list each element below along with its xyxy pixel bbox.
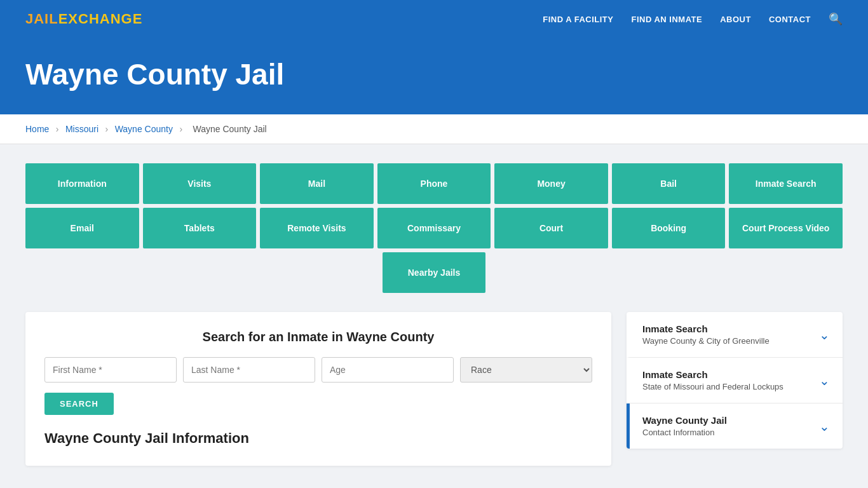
chevron-down-icon-1: ⌄	[819, 327, 830, 342]
btn-tablets[interactable]: Tablets	[143, 208, 257, 248]
sidebar: Inmate Search Wayne County & City of Gre…	[627, 312, 843, 449]
sidebar-item-3-subtitle: Contact Information	[642, 428, 727, 437]
buttons-row3: Nearby Jails	[25, 252, 843, 293]
main-content: Information Visits Mail Phone Money Bail…	[0, 144, 868, 485]
chevron-down-icon-3: ⌄	[819, 419, 830, 434]
sidebar-item-1-title: Inmate Search	[642, 323, 770, 334]
btn-money[interactable]: Money	[494, 163, 608, 204]
breadcrumb-home[interactable]: Home	[25, 124, 49, 134]
breadcrumb-sep3: ›	[179, 124, 182, 134]
btn-information[interactable]: Information	[25, 163, 139, 204]
breadcrumb-sep1: ›	[56, 124, 59, 134]
breadcrumb-missouri[interactable]: Missouri	[65, 124, 98, 134]
breadcrumb-wayne-county[interactable]: Wayne County	[115, 124, 173, 134]
logo-exchange: EXCHANGE	[58, 11, 143, 27]
age-input[interactable]	[322, 357, 454, 383]
nav-about[interactable]: ABOUT	[720, 15, 751, 24]
site-header: JAILEXCHANGE FIND A FACILITY FIND AN INM…	[0, 0, 868, 38]
buttons-row1: Information Visits Mail Phone Money Bail…	[25, 163, 843, 204]
site-logo[interactable]: JAILEXCHANGE	[25, 11, 142, 27]
buttons-row2: Email Tablets Remote Visits Commissary C…	[25, 208, 843, 248]
breadcrumb-sep2: ›	[105, 124, 109, 134]
sidebar-item-2-title: Inmate Search	[642, 369, 783, 380]
btn-phone[interactable]: Phone	[377, 163, 491, 204]
sidebar-card: Inmate Search Wayne County & City of Gre…	[627, 312, 843, 449]
lower-section: Search for an Inmate in Wayne County Rac…	[25, 312, 843, 466]
nav-contact[interactable]: CONTACT	[769, 15, 811, 24]
sidebar-item-2-subtitle: State of Missouri and Federal Lockups	[642, 382, 783, 391]
main-nav: FIND A FACILITY FIND AN INMATE ABOUT CON…	[543, 12, 843, 26]
jail-info-heading: Wayne County Jail Information	[44, 430, 592, 447]
hero-section: Wayne County Jail	[0, 38, 868, 114]
btn-mail[interactable]: Mail	[260, 163, 374, 204]
nav-find-facility[interactable]: FIND A FACILITY	[543, 15, 613, 24]
sidebar-item-3[interactable]: Wayne County Jail Contact Information ⌄	[627, 403, 843, 449]
btn-email[interactable]: Email	[25, 208, 139, 248]
first-name-input[interactable]	[44, 357, 177, 383]
btn-remote-visits[interactable]: Remote Visits	[260, 208, 374, 248]
btn-bail[interactable]: Bail	[612, 163, 726, 204]
inmate-search-box: Search for an Inmate in Wayne County Rac…	[25, 312, 611, 466]
sidebar-item-3-title: Wayne County Jail	[642, 415, 727, 426]
page-title: Wayne County Jail	[25, 57, 843, 92]
sidebar-item-2[interactable]: Inmate Search State of Missouri and Fede…	[627, 358, 843, 403]
search-button[interactable]: SEARCH	[44, 393, 114, 415]
chevron-down-icon-2: ⌄	[819, 373, 830, 388]
logo-jail: JAIL	[25, 11, 58, 27]
breadcrumb: Home › Missouri › Wayne County › Wayne C…	[0, 114, 868, 144]
search-title: Search for an Inmate in Wayne County	[44, 330, 592, 344]
btn-inmate-search[interactable]: Inmate Search	[729, 163, 843, 204]
sidebar-item-1-subtitle: Wayne County & City of Greenville	[642, 336, 770, 346]
btn-visits[interactable]: Visits	[143, 163, 257, 204]
btn-court-process-video[interactable]: Court Process Video	[729, 208, 843, 248]
nav-find-inmate[interactable]: FIND AN INMATE	[631, 15, 702, 24]
race-select[interactable]: Race White Black Hispanic Asian Other	[460, 357, 592, 383]
breadcrumb-current: Wayne County Jail	[193, 124, 267, 134]
btn-nearby-jails[interactable]: Nearby Jails	[383, 252, 486, 293]
btn-booking[interactable]: Booking	[612, 208, 726, 248]
sidebar-item-1[interactable]: Inmate Search Wayne County & City of Gre…	[627, 312, 843, 358]
last-name-input[interactable]	[183, 357, 315, 383]
btn-court[interactable]: Court	[494, 208, 608, 248]
search-icon[interactable]: 🔍	[829, 12, 843, 26]
btn-commissary[interactable]: Commissary	[377, 208, 491, 248]
search-inputs: Race White Black Hispanic Asian Other	[44, 357, 592, 383]
